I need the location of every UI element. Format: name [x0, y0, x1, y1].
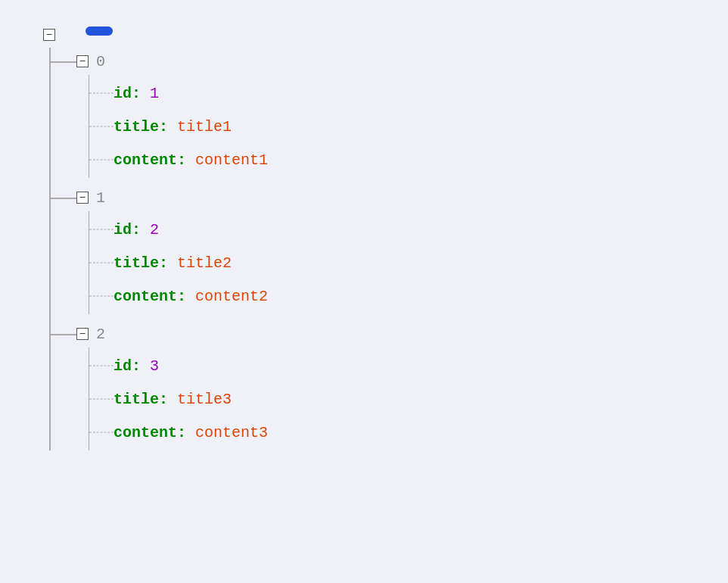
h-connector-1	[49, 198, 76, 199]
field-connector-1-0	[89, 229, 114, 230]
field-colon-2-2: :	[177, 424, 186, 441]
field-content-2-2: content :content3	[114, 424, 268, 441]
array-item-1: −1id :2title :title2content :content2	[49, 184, 702, 314]
item-collapse-btn-2[interactable]: −	[76, 328, 89, 340]
field-key-2-1: title	[114, 391, 159, 408]
field-content-1-2: content :content2	[114, 288, 268, 305]
field-colon-0-2: :	[177, 151, 186, 169]
h-connector-0	[49, 61, 76, 63]
field-connector-2-2	[89, 432, 114, 433]
field-row-1-0: id :2	[89, 213, 702, 246]
field-row-1-1: title :title2	[89, 246, 702, 279]
array-item-0: −0id :1title :title1content :content1	[49, 48, 702, 178]
field-row-2-2: content :content3	[89, 416, 702, 449]
field-key-1-0: id	[114, 221, 132, 238]
array-item-2: −2id :3title :title3content :content3	[49, 320, 702, 450]
field-content-1-1: title :title2	[114, 254, 232, 272]
field-row-0-0: id :1	[89, 76, 702, 110]
field-content-2-0: id :3	[114, 357, 159, 375]
item-collapse-btn-1[interactable]: −	[76, 192, 89, 204]
field-value-0-2: content1	[195, 151, 268, 169]
item-fields-0: id :1title :title1content :content1	[89, 75, 702, 178]
field-colon-1-1: :	[159, 254, 168, 272]
item-collapse-btn-0[interactable]: −	[76, 55, 89, 67]
item-fields-2: id :3title :title3content :content3	[89, 348, 702, 450]
json-viewer: − −0id :1title :title1content :content1−…	[15, 15, 713, 468]
field-content-0-1: title :title1	[114, 118, 232, 136]
field-row-1-2: content :content2	[89, 279, 702, 313]
field-content-2-1: title :title3	[114, 391, 232, 408]
field-connector-2-0	[89, 366, 114, 366]
field-key-2-2: content	[114, 424, 177, 441]
field-key-0-0: id	[114, 85, 132, 102]
root-collapse-btn[interactable]: −	[43, 29, 55, 41]
field-value-2-2: content3	[195, 424, 268, 441]
field-row-0-1: title :title1	[89, 110, 702, 143]
field-value-1-2: content2	[195, 288, 268, 305]
array-index-0: 0	[96, 53, 105, 70]
field-key-0-1: title	[114, 118, 159, 136]
field-connector-0-0	[89, 93, 114, 94]
field-colon-1-0: :	[132, 221, 141, 238]
field-colon-1-2: :	[177, 288, 186, 305]
field-value-0-1: title1	[177, 118, 232, 136]
item-fields-1: id :2title :title2content :content2	[89, 211, 702, 314]
field-key-1-2: content	[114, 288, 177, 305]
field-value-2-0: 3	[150, 357, 159, 375]
field-value-1-1: title2	[177, 254, 232, 272]
field-key-2-0: id	[114, 357, 132, 375]
field-key-0-2: content	[114, 151, 177, 169]
array-items-container: −0id :1title :title1content :content1−1i…	[49, 48, 702, 450]
field-colon-2-1: :	[159, 391, 168, 408]
array-item-row-1: −1	[76, 184, 702, 211]
field-value-2-1: title3	[177, 391, 232, 408]
field-colon-0-0: :	[132, 85, 141, 102]
field-row-2-0: id :3	[89, 349, 702, 382]
field-connector-0-2	[89, 160, 114, 161]
array-item-row-2: −2	[76, 320, 702, 348]
field-key-1-1: title	[114, 254, 159, 272]
field-content-0-2: content :content1	[114, 151, 268, 169]
field-row-0-2: content :content1	[89, 143, 702, 176]
field-value-0-0: 1	[150, 85, 159, 102]
field-connector-0-1	[89, 126, 114, 127]
field-value-1-0: 2	[150, 221, 159, 238]
root-label-badge	[86, 26, 113, 36]
field-connector-1-2	[89, 296, 114, 297]
field-row-2-1: title :title3	[89, 382, 702, 416]
h-connector-2	[49, 334, 76, 335]
field-content-1-0: id :2	[114, 221, 159, 238]
array-index-1: 1	[96, 189, 105, 207]
field-connector-1-1	[89, 263, 114, 263]
array-item-row-0: −0	[76, 48, 702, 75]
field-colon-0-1: :	[159, 118, 168, 136]
field-content-0-0: id :1	[114, 85, 159, 102]
field-connector-2-1	[89, 399, 114, 400]
array-index-2: 2	[96, 326, 105, 343]
field-colon-2-0: :	[132, 357, 141, 375]
